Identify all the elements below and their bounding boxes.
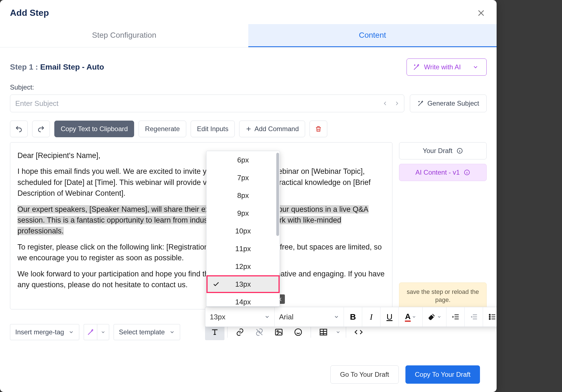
chevron-down-icon[interactable] bbox=[97, 324, 109, 340]
tab-step-configuration[interactable]: Step Configuration bbox=[0, 24, 248, 47]
ai-content-card[interactable]: AI Content - v1 bbox=[399, 164, 487, 181]
subject-input-wrap bbox=[10, 95, 404, 112]
chevron-down-icon bbox=[412, 315, 416, 319]
svg-point-8 bbox=[489, 319, 490, 320]
bottom-controls: Insert merge-tag Select template bbox=[10, 324, 180, 340]
chevron-down-icon bbox=[169, 329, 175, 335]
font-size-option[interactable]: 7px bbox=[206, 169, 280, 187]
chevron-down-icon bbox=[472, 64, 479, 70]
write-with-ai-label: Write with AI bbox=[424, 63, 461, 71]
font-size-select[interactable]: 13px bbox=[205, 307, 275, 327]
format-toolbar: 13px Arial B I U A 123 bbox=[205, 307, 497, 327]
delete-button[interactable] bbox=[310, 121, 327, 137]
modal-footer: Go To Your Draft Copy To Your Draft bbox=[0, 357, 497, 392]
template-select[interactable]: Select template bbox=[114, 324, 180, 340]
subject-input[interactable] bbox=[15, 99, 382, 108]
chevron-right-icon[interactable] bbox=[394, 100, 400, 107]
email-editor[interactable]: Dear [Recipient's Name], I hope this ema… bbox=[10, 142, 392, 309]
font-size-menu: 6px7px8px9px10px11px12px13px14px bbox=[206, 151, 280, 307]
editor-paragraph: To register, please click on the followi… bbox=[17, 242, 385, 264]
svg-point-3 bbox=[277, 331, 278, 332]
info-icon bbox=[464, 169, 470, 176]
editor-paragraph: We look forward to your participation an… bbox=[17, 269, 385, 291]
font-size-option[interactable]: 6px bbox=[206, 151, 280, 169]
font-family-select[interactable]: Arial bbox=[275, 307, 344, 327]
side-note: save the step or reload the page. bbox=[399, 282, 487, 309]
font-size-option[interactable]: 10px bbox=[206, 222, 280, 240]
add-step-modal: Add Step Step Configuration Content Step… bbox=[0, 0, 497, 392]
chevron-down-icon bbox=[264, 314, 270, 320]
modal-title: Add Step bbox=[10, 8, 49, 18]
copy-text-button[interactable]: Copy Text to Clipboard bbox=[54, 121, 134, 137]
editor-paragraph: Our expert speakers, [Speaker Names], wi… bbox=[17, 204, 385, 237]
check-icon bbox=[213, 281, 220, 288]
svg-point-7 bbox=[489, 316, 490, 317]
magic-wand-icon bbox=[417, 100, 424, 107]
scrollbar[interactable] bbox=[276, 153, 279, 236]
close-icon[interactable] bbox=[477, 9, 486, 17]
redo-button[interactable] bbox=[32, 121, 50, 137]
regenerate-button[interactable]: Regenerate bbox=[139, 121, 186, 137]
underline-button[interactable]: U bbox=[380, 307, 399, 327]
font-size-option[interactable]: 11px bbox=[206, 240, 280, 258]
text-color-button[interactable]: A bbox=[399, 307, 423, 327]
subject-label: Subject: bbox=[10, 83, 487, 91]
editor-toolbar: Copy Text to Clipboard Regenerate Edit I… bbox=[10, 121, 487, 137]
font-size-option[interactable]: 8px bbox=[206, 187, 280, 204]
chevron-down-icon bbox=[437, 315, 441, 319]
plus-icon bbox=[246, 126, 252, 132]
bold-button[interactable]: B bbox=[344, 307, 362, 327]
font-size-option[interactable]: 12px bbox=[206, 258, 280, 275]
generate-subject-button[interactable]: Generate Subject bbox=[410, 95, 487, 112]
outdent-button[interactable] bbox=[465, 307, 483, 327]
tab-content[interactable]: Content bbox=[248, 24, 497, 47]
tabs: Step Configuration Content bbox=[0, 24, 497, 47]
font-size-option[interactable]: 13px bbox=[206, 275, 280, 293]
chevron-left-icon[interactable] bbox=[382, 100, 388, 107]
wand-split-button[interactable] bbox=[84, 324, 109, 340]
svg-point-4 bbox=[295, 329, 302, 335]
add-command-button[interactable]: Add Command bbox=[239, 121, 305, 137]
bullet-list-button[interactable] bbox=[483, 307, 497, 327]
editor-paragraph: Dear [Recipient's Name], bbox=[17, 150, 385, 161]
highlight-color-button[interactable] bbox=[423, 307, 446, 327]
editor-paragraph: I hope this email finds you well. We are… bbox=[17, 166, 385, 199]
italic-button[interactable]: I bbox=[362, 307, 380, 327]
svg-point-6 bbox=[489, 314, 490, 315]
edit-inputs-button[interactable]: Edit Inputs bbox=[191, 121, 235, 137]
info-icon bbox=[456, 147, 463, 154]
chevron-down-icon bbox=[334, 314, 339, 320]
generate-subject-label: Generate Subject bbox=[427, 100, 479, 107]
copy-to-draft-button[interactable]: Copy To Your Draft bbox=[405, 365, 480, 384]
font-size-option[interactable]: 14px bbox=[206, 293, 280, 306]
undo-button[interactable] bbox=[10, 121, 28, 137]
highlighter-icon bbox=[428, 313, 436, 321]
font-size-option[interactable]: 9px bbox=[206, 204, 280, 222]
go-to-draft-button[interactable]: Go To Your Draft bbox=[330, 365, 399, 384]
indent-button[interactable] bbox=[446, 307, 465, 327]
step-title: Step 1 : Email Step - Auto bbox=[10, 63, 104, 72]
write-with-ai-button[interactable]: Write with AI bbox=[407, 58, 487, 76]
your-draft-card[interactable]: Your Draft bbox=[399, 142, 487, 159]
magic-wand-icon bbox=[413, 63, 420, 71]
svg-rect-2 bbox=[275, 329, 282, 335]
merge-tag-select[interactable]: Insert merge-tag bbox=[10, 324, 79, 340]
magic-wand-icon bbox=[84, 324, 97, 340]
modal-header: Add Step bbox=[0, 0, 497, 24]
chevron-down-icon bbox=[68, 329, 74, 335]
side-panel: Your Draft AI Content - v1 save the step… bbox=[399, 142, 487, 309]
